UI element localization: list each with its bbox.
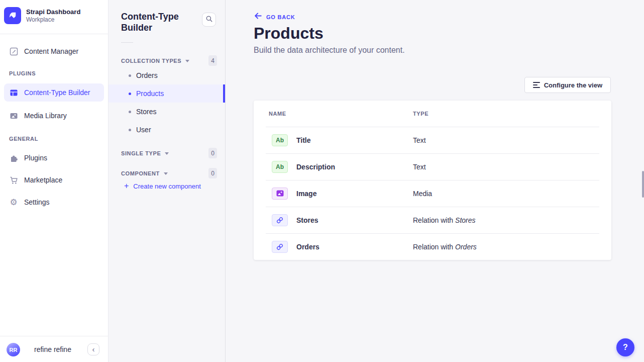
plus-icon: + [124,182,129,190]
field-type-ref: Stores [455,216,475,224]
subnav-item-label: Orders [136,71,158,79]
picture-icon [9,111,18,120]
field-type: Relation with Stores [413,216,476,224]
field-type: Text [413,136,426,144]
sidebar-item-label: Settings [24,198,50,206]
bullet-icon [129,111,131,113]
field-type-ref: Orders [455,243,477,251]
subnav-item-orders[interactable]: Orders [109,66,225,84]
table-row-description[interactable]: Ab Description Text [254,153,611,180]
sidebar-item-marketplace[interactable]: Marketplace [4,171,104,189]
subnav-item-label: Products [136,89,164,98]
sidebar-item-media-library[interactable]: Media Library [4,107,104,125]
sidebar-item-label: Marketplace [24,176,62,184]
subnav-item-stores[interactable]: Stores [109,103,225,121]
scrollbar-thumb[interactable] [642,171,644,198]
main-content: GO BACK Products Build the data architec… [226,0,644,362]
count-badge: 4 [208,55,217,66]
fields-table: NAME TYPE Ab Title Text Ab Description T… [254,101,611,260]
field-name: Orders [296,243,319,251]
field-type: Relation with Orders [413,243,477,251]
filter-lines-icon [533,82,540,88]
go-back-link[interactable]: GO BACK [254,12,295,22]
field-name: Description [296,163,335,171]
gear-icon: ⚙ [9,198,18,207]
relation-field-icon [272,214,288,226]
section-label: COLLECTION TYPES [121,58,181,64]
subnav-item-user[interactable]: User [109,121,225,139]
table-header: NAME TYPE [254,101,611,127]
media-field-icon [272,188,288,200]
create-new-component-link[interactable]: + Create new component [124,182,201,190]
sidebar-item-settings[interactable]: ⚙ Settings [4,193,104,211]
text-field-icon: Ab [272,134,288,146]
field-type-text: Media [413,190,432,198]
collapse-sidebar-button[interactable]: ‹ [87,343,99,355]
chevron-down-icon [165,152,169,155]
workspace-switcher[interactable]: Strapi Dashboard Workplace [4,7,80,24]
chevron-down-icon [185,60,189,62]
help-button[interactable]: ? [616,338,634,356]
bullet-icon [129,93,131,95]
configure-view-label: Configure the view [544,81,602,89]
bullet-icon [129,129,131,131]
section-single-type[interactable]: SINGLE TYPE 0 [121,149,217,158]
pen-icon [9,47,18,56]
sidebar-section-plugins: PLUGINS [9,70,36,76]
user-name: refine refine [34,336,71,362]
workspace-title: Strapi Dashboard [26,8,80,16]
sidebar-footer: RR refine refine ‹ [0,336,108,362]
content-type-builder-subnav: Content-Type Builder COLLECTION TYPES 4 … [109,0,226,362]
column-header-name: NAME [269,111,286,117]
subnav-title: Content-Type Builder [121,11,191,33]
sidebar-item-label: Content Manager [24,47,78,55]
field-type-text: Relation with [413,243,455,251]
main-sidebar: Strapi Dashboard Workplace Content Manag… [0,0,109,362]
subnav-item-label: Stores [136,108,156,116]
workspace-subtitle: Workplace [26,16,80,24]
field-type-text: Relation with [413,216,455,224]
page-subtitle: Build the data architecture of your cont… [254,46,405,55]
table-row-title[interactable]: Ab Title Text [254,127,611,153]
section-label: COMPONENT [121,170,160,176]
configure-view-button[interactable]: Configure the view [524,77,611,93]
sidebar-item-content-type-builder[interactable]: Content-Type Builder [4,83,104,102]
arrow-left-icon [254,12,262,22]
cart-icon [9,175,18,185]
field-type: Text [413,163,426,171]
subnav-item-label: User [136,126,151,134]
field-type-text: Text [413,163,426,171]
sidebar-section-general: GENERAL [9,136,38,142]
table-row-orders[interactable]: Orders Relation with Orders [254,233,611,260]
go-back-label: GO BACK [266,14,295,20]
field-type: Media [413,190,432,198]
section-component[interactable]: COMPONENT 0 [121,169,217,178]
count-badge: 0 [208,148,217,158]
sidebar-item-label: Media Library [24,112,67,120]
field-type-text: Text [413,136,426,144]
avatar[interactable]: RR [7,343,20,356]
count-badge: 0 [208,168,217,178]
puzzle-icon [9,153,18,162]
search-icon [205,15,213,24]
relation-field-icon [272,241,288,253]
field-name: Image [296,190,316,198]
field-name: Title [296,136,311,144]
table-row-stores[interactable]: Stores Relation with Stores [254,207,611,233]
section-label: SINGLE TYPE [121,150,161,156]
section-collection-types[interactable]: COLLECTION TYPES 4 [121,56,217,65]
sidebar-item-content-manager[interactable]: Content Manager [4,42,104,60]
page-title: Products [254,24,324,43]
create-link-label: Create new component [133,183,200,190]
divider [121,42,133,43]
divider [0,34,108,34]
field-name: Stores [296,216,318,224]
sidebar-item-label: Content-Type Builder [24,88,90,97]
search-button[interactable] [202,13,216,27]
subnav-item-products[interactable]: Products [109,84,225,103]
sidebar-item-plugins[interactable]: Plugins [4,149,104,167]
sidebar-item-label: Plugins [24,154,47,162]
table-row-image[interactable]: Image Media [254,180,611,207]
layout-grid-icon [9,88,18,97]
column-header-type: TYPE [413,111,428,117]
